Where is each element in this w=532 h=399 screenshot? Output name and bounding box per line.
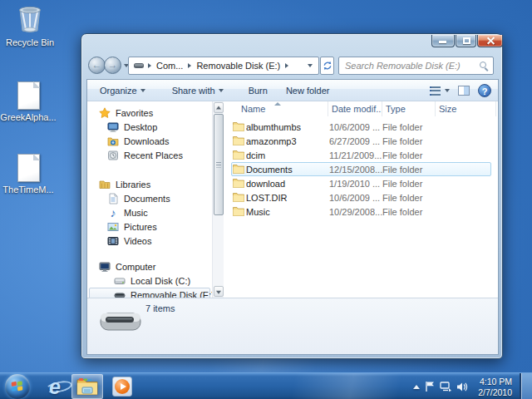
libraries-icon — [99, 179, 111, 190]
file-row[interactable]: amazonmp3 6/27/2009 ... File folder — [224, 134, 498, 148]
file-row-selected[interactable]: Documents 12/15/2008... File folder — [224, 162, 498, 176]
desktop-icon-greekalpha[interactable]: GreekAlpha... — [0, 81, 58, 122]
desktop-icon-recycle-bin[interactable]: Recycle Bin — [0, 3, 60, 47]
scroll-up-button[interactable] — [214, 102, 224, 113]
nav-item-music[interactable]: ♪ Music — [107, 205, 148, 219]
nav-item-computer[interactable]: Computer — [99, 259, 155, 273]
address-dropdown-icon[interactable] — [308, 64, 313, 67]
navigation-scrollbar[interactable] — [212, 101, 224, 298]
new-folder-button[interactable]: New folder — [280, 82, 336, 99]
file-name: dcim — [246, 148, 326, 162]
usb-drive-icon — [114, 289, 126, 298]
music-note-icon: ♪ — [107, 207, 119, 219]
search-input[interactable] — [338, 57, 494, 75]
folder-icon — [233, 206, 244, 216]
details-pane: 7 items — [87, 298, 498, 354]
refresh-button[interactable] — [320, 57, 334, 75]
share-with-label: Share with — [172, 86, 215, 96]
file-type: File folder — [382, 134, 434, 148]
show-hidden-icons-button[interactable] — [411, 374, 422, 399]
nav-label: Downloads — [124, 136, 169, 146]
breadcrumb-removable-disk[interactable]: Removable Disk (E:) — [192, 61, 284, 71]
folder-icon — [233, 150, 244, 160]
taskbar-internet-explorer[interactable]: e — [40, 374, 70, 399]
sort-ascending-icon — [274, 102, 281, 106]
nav-item-local-disk-c[interactable]: Local Disk (C:) — [114, 273, 190, 288]
desktop-icon-thetimem[interactable]: TheTimeM... — [0, 154, 58, 195]
file-date: 6/27/2009 ... — [329, 134, 382, 148]
column-label: Size — [439, 104, 456, 114]
file-date: 10/29/2008... — [329, 204, 382, 219]
file-size — [436, 120, 494, 134]
nav-item-desktop[interactable]: Desktop — [107, 120, 157, 134]
address-bar[interactable]: Com... Removable Disk (E:) — [128, 57, 319, 75]
file-name: download — [246, 176, 326, 190]
network-tray-icon[interactable] — [437, 374, 454, 399]
explorer-window: ← → Com... Removable Disk (E:) — [81, 33, 503, 359]
nav-item-recent-places[interactable]: Recent Places — [107, 148, 183, 162]
file-row[interactable]: Music 10/29/2008... File folder — [224, 204, 498, 219]
scrollbar-grip — [216, 162, 221, 168]
nav-label: Local Disk (C:) — [131, 276, 190, 286]
nav-item-pictures[interactable]: Pictures — [107, 219, 157, 234]
show-desktop-button[interactable] — [520, 373, 532, 399]
back-button[interactable]: ← — [88, 57, 106, 74]
file-row[interactable]: albumthumbs 10/6/2009 ... File folder — [224, 120, 498, 134]
file-name: Music — [246, 204, 326, 219]
desktop-icon — [107, 121, 119, 133]
nav-label: Music — [124, 208, 148, 218]
file-row[interactable]: dcim 11/21/2009... File folder — [224, 148, 498, 162]
preview-pane-button[interactable] — [458, 86, 470, 96]
nav-label: Recent Places — [124, 150, 183, 160]
maximize-button[interactable] — [456, 35, 476, 47]
column-header-size[interactable]: Size — [436, 101, 496, 116]
drive-icon — [134, 62, 145, 69]
help-button[interactable]: ? — [478, 84, 491, 97]
file-size — [436, 204, 494, 219]
folder-icon — [233, 192, 244, 202]
nav-item-documents[interactable]: Documents — [107, 191, 170, 205]
action-center-tray-icon[interactable] — [422, 374, 437, 399]
forward-button[interactable]: → — [104, 57, 121, 74]
nav-item-favorites[interactable]: Favorites — [99, 106, 153, 120]
taskbar: e — [0, 372, 532, 399]
file-row[interactable]: LOST.DIR 10/6/2009 ... File folder — [224, 190, 498, 204]
recycle-bin-icon — [14, 3, 46, 33]
star-icon — [99, 107, 111, 119]
file-row[interactable]: download 1/19/2010 ... File folder — [224, 176, 498, 190]
window-client-area: Organize Share with Burn New folder — [86, 79, 499, 355]
minimize-button[interactable] — [431, 35, 455, 47]
column-header-type[interactable]: Type — [382, 101, 436, 116]
windows-logo-icon — [5, 374, 30, 399]
nav-label: Pictures — [124, 222, 157, 232]
burn-button[interactable]: Burn — [243, 82, 273, 99]
share-with-button[interactable]: Share with — [166, 82, 229, 99]
nav-label: Favorites — [116, 108, 153, 118]
flag-icon — [425, 381, 436, 392]
desktop: Recycle Bin GreekAlpha... TheTimeM... ← … — [0, 0, 532, 399]
nav-label: Desktop — [124, 122, 157, 132]
taskbar-windows-explorer-active[interactable] — [71, 374, 103, 399]
nav-item-downloads[interactable]: Downloads — [107, 134, 169, 148]
scroll-down-button[interactable] — [214, 286, 224, 297]
taskbar-clock[interactable]: 4:10 PM 2/7/2010 — [466, 374, 512, 399]
nav-item-videos[interactable]: Videos — [107, 234, 151, 248]
file-date: 10/6/2009 ... — [329, 120, 382, 134]
folder-icon — [233, 121, 244, 131]
nav-item-libraries[interactable]: Libraries — [99, 177, 150, 191]
column-header-name[interactable]: Name — [224, 101, 328, 116]
command-toolbar: Organize Share with Burn New folder — [87, 80, 498, 101]
column-header-date[interactable]: Date modif... — [328, 101, 382, 116]
file-type: File folder — [382, 204, 434, 219]
scrollbar-thumb[interactable] — [214, 114, 224, 215]
breadcrumb-computer[interactable]: Com... — [152, 61, 187, 71]
taskbar-media-player[interactable] — [108, 374, 136, 399]
document-icon — [17, 81, 40, 110]
close-button[interactable] — [477, 35, 503, 47]
organize-button[interactable]: Organize — [94, 82, 151, 99]
nav-item-removable-disk-e[interactable]: Removable Disk (E:) — [114, 288, 212, 298]
document-icon — [107, 193, 119, 204]
change-view-button[interactable] — [430, 86, 450, 96]
usb-drive-large-icon — [99, 308, 142, 333]
start-button[interactable] — [3, 374, 32, 399]
